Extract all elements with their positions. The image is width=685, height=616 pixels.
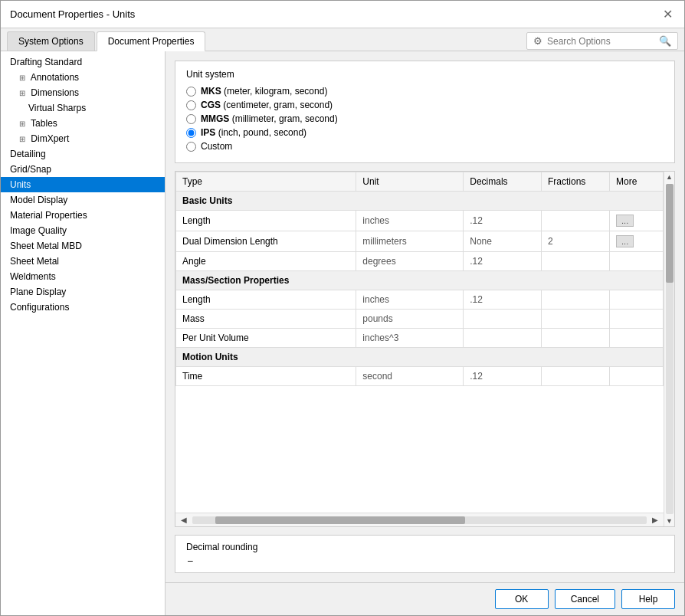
sidebar-item-sheet-metal[interactable]: Sheet Metal [1,254,165,269]
row-mass-decimals [464,310,542,329]
tab-document-properties[interactable]: Document Properties [97,31,206,51]
tab-system-options[interactable]: System Options [7,31,95,51]
col-decimals: Decimals [464,172,542,192]
row-mass-more [610,310,664,329]
radio-ips-input[interactable] [186,128,196,138]
sidebar-item-configurations[interactable]: Configurations [1,300,165,315]
radio-mks-input[interactable] [186,87,196,97]
sidebar: Drafting Standard ⊞ Annotations ⊞ Dimens… [1,51,166,615]
dialog: Document Properties - Units ✕ System Opt… [0,0,685,616]
row-perunit-type: Per Unit Volume [176,329,356,348]
main-content: Unit system MKS (meter, kilogram, second… [166,51,684,582]
table-scroll-area[interactable]: Type Unit Decimals Fractions More [175,172,664,513]
section-motion-label: Motion Units [176,348,664,367]
horiz-scroll-track[interactable] [192,516,647,524]
sidebar-item-dimxpert[interactable]: ⊞ DimXpert [1,131,165,146]
section-basic-units: Basic Units [176,192,664,211]
row-mass-unit[interactable]: pounds [356,310,464,329]
decimal-rounding-value: – [186,555,664,566]
row-dual-unit[interactable]: millimeters [356,231,464,252]
tabs-bar: System Options Document Properties ⚙ 🔍 [1,28,684,51]
dual-more-btn[interactable]: ... [616,235,634,247]
scroll-up-arrow[interactable]: ▲ [664,172,674,182]
decimal-rounding-title: Decimal rounding [186,542,664,552]
row-mass-length-type: Length [176,290,356,310]
footer: OK Cancel Help [166,582,684,615]
sidebar-item-drafting-standard[interactable]: Drafting Standard [1,54,165,70]
row-length-type: Length [176,211,356,231]
help-button[interactable]: Help [621,589,675,609]
radio-mmgs-label: MMGS (millimeter, gram, second) [201,113,338,124]
row-perunit-unit[interactable]: inches^3 [356,329,464,348]
row-time-decimals[interactable]: .12 [464,367,542,386]
radio-custom-input[interactable] [186,142,196,152]
gear-icon: ⚙ [533,35,542,47]
horiz-scrollbar[interactable]: ◀ ▶ [175,513,664,526]
col-more: More [610,172,664,192]
ok-button[interactable]: OK [495,589,549,609]
row-perunit-fractions [541,329,609,348]
table-row: Per Unit Volume inches^3 [176,329,664,348]
row-length-more[interactable]: ... [610,211,664,231]
scroll-right-arrow[interactable]: ▶ [650,515,660,525]
dialog-title: Document Properties - Units [10,8,135,20]
col-type: Type [176,172,356,192]
vert-scrollbar: ▲ ▼ [664,172,674,526]
row-mass-length-more [610,290,664,310]
row-mass-length-unit[interactable]: inches [356,290,464,310]
table-row: Mass pounds [176,310,664,329]
row-angle-decimals[interactable]: .12 [464,252,542,271]
col-unit: Unit [356,172,464,192]
radio-custom-label: Custom [201,141,232,152]
row-length-unit[interactable]: inches [356,211,464,231]
scroll-down-arrow[interactable]: ▼ [664,516,674,526]
row-dual-more[interactable]: ... [610,231,664,252]
row-dual-decimals[interactable]: None [464,231,542,252]
radio-mks-label: MKS (meter, kilogram, second) [201,86,327,97]
row-dual-type: Dual Dimension Length [176,231,356,252]
radio-cgs: CGS (centimeter, gram, second) [186,100,664,110]
sidebar-item-weldments[interactable]: Weldments [1,269,165,284]
row-length-decimals[interactable]: .12 [464,211,542,231]
sidebar-item-grid-snap[interactable]: Grid/Snap [1,162,165,177]
search-bar: ⚙ 🔍 [526,32,678,50]
close-button[interactable]: ✕ [660,7,675,22]
decimal-rounding-box: Decimal rounding – [175,535,675,573]
radio-mks: MKS (meter, kilogram, second) [186,86,664,97]
sidebar-item-virtual-sharps[interactable]: Virtual Sharps [1,100,165,116]
unit-system-title: Unit system [186,69,664,80]
section-mass: Mass/Section Properties [176,271,664,290]
vert-scroll-track[interactable] [666,184,674,514]
sidebar-item-annotations[interactable]: ⊞ Annotations [1,70,165,85]
section-mass-label: Mass/Section Properties [176,271,664,290]
row-mass-length-decimals[interactable]: .12 [464,290,542,310]
content-area: Drafting Standard ⊞ Annotations ⊞ Dimens… [1,51,684,615]
row-perunit-decimals [464,329,542,348]
radio-ips: IPS (inch, pound, second) [186,127,664,138]
row-time-unit[interactable]: second [356,367,464,386]
cancel-button[interactable]: Cancel [555,589,615,609]
sidebar-item-detailing[interactable]: Detailing [1,146,165,162]
col-fractions: Fractions [541,172,609,192]
row-time-type: Time [176,367,356,386]
sidebar-item-image-quality[interactable]: Image Quality [1,223,165,238]
sidebar-item-plane-display[interactable]: Plane Display [1,284,165,300]
sidebar-item-dimensions[interactable]: ⊞ Dimensions [1,85,165,100]
sidebar-item-units[interactable]: Units [1,177,165,192]
radio-cgs-input[interactable] [186,100,196,110]
units-table: Type Unit Decimals Fractions More [175,172,664,386]
search-input[interactable] [547,36,654,47]
sidebar-item-material-properties[interactable]: Material Properties [1,208,165,223]
scroll-left-arrow[interactable]: ◀ [179,515,189,525]
row-angle-unit[interactable]: degrees [356,252,464,271]
length-more-btn[interactable]: ... [616,215,634,227]
radio-mmgs-input[interactable] [186,114,196,124]
sidebar-item-tables[interactable]: ⊞ Tables [1,116,165,131]
vert-scroll-thumb [666,184,674,283]
table-row: Angle degrees .12 [176,252,664,271]
radio-mmgs: MMGS (millimeter, gram, second) [186,113,664,124]
sidebar-item-model-display[interactable]: Model Display [1,192,165,208]
table-row: Length inches .12 [176,290,664,310]
sidebar-item-sheet-metal-mbd[interactable]: Sheet Metal MBD [1,238,165,254]
row-angle-fractions [541,252,609,271]
